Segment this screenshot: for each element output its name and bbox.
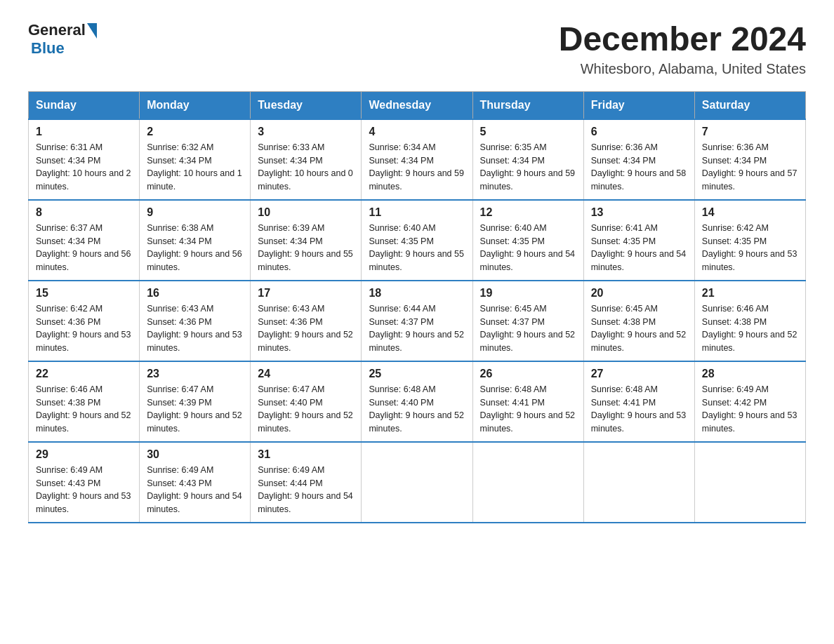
calendar-day-cell: 28 Sunrise: 6:49 AM Sunset: 4:42 PM Dayl… [694,361,805,442]
calendar-day-cell: 31 Sunrise: 6:49 AM Sunset: 4:44 PM Dayl… [251,442,362,523]
calendar-day-cell: 6 Sunrise: 6:36 AM Sunset: 4:34 PM Dayli… [583,119,694,200]
day-info: Sunrise: 6:41 AM Sunset: 4:35 PM Dayligh… [591,222,687,274]
day-info: Sunrise: 6:49 AM Sunset: 4:43 PM Dayligh… [147,464,243,516]
calendar-header-row: SundayMondayTuesdayWednesdayThursdayFrid… [29,91,806,119]
day-info: Sunrise: 6:46 AM Sunset: 4:38 PM Dayligh… [36,383,132,436]
calendar-day-cell: 19 Sunrise: 6:45 AM Sunset: 4:37 PM Dayl… [472,281,583,361]
logo-blue-text: Blue [31,39,65,58]
day-info: Sunrise: 6:43 AM Sunset: 4:36 PM Dayligh… [258,302,354,355]
day-info: Sunrise: 6:39 AM Sunset: 4:34 PM Dayligh… [258,222,354,274]
calendar-week-row: 8 Sunrise: 6:37 AM Sunset: 4:34 PM Dayli… [29,200,806,281]
calendar-day-cell: 22 Sunrise: 6:46 AM Sunset: 4:38 PM Dayl… [29,361,140,442]
weekday-header-saturday: Saturday [694,91,805,119]
day-number: 20 [591,287,687,300]
day-number: 11 [369,206,465,219]
day-number: 26 [480,368,576,380]
day-number: 28 [702,368,798,380]
day-number: 10 [258,206,354,219]
day-number: 7 [702,126,798,138]
calendar-day-cell: 4 Sunrise: 6:34 AM Sunset: 4:34 PM Dayli… [362,119,472,200]
day-number: 8 [36,206,132,219]
day-info: Sunrise: 6:45 AM Sunset: 4:38 PM Dayligh… [591,302,687,355]
day-number: 3 [258,126,354,138]
day-info: Sunrise: 6:31 AM Sunset: 4:34 PM Dayligh… [36,141,132,194]
location-subtitle: Whitesboro, Alabama, United States [559,61,806,77]
calendar-day-cell: 15 Sunrise: 6:42 AM Sunset: 4:36 PM Dayl… [29,281,140,361]
weekday-header-thursday: Thursday [472,91,583,119]
calendar-day-cell: 14 Sunrise: 6:42 AM Sunset: 4:35 PM Dayl… [694,200,805,281]
calendar-empty-cell [362,442,472,523]
weekday-header-tuesday: Tuesday [251,91,362,119]
calendar-day-cell: 29 Sunrise: 6:49 AM Sunset: 4:43 PM Dayl… [29,442,140,523]
calendar-day-cell: 25 Sunrise: 6:48 AM Sunset: 4:40 PM Dayl… [362,361,472,442]
day-number: 23 [147,368,243,380]
calendar-week-row: 1 Sunrise: 6:31 AM Sunset: 4:34 PM Dayli… [29,119,806,200]
day-number: 14 [702,206,798,219]
day-number: 25 [369,368,465,380]
day-number: 19 [480,287,576,300]
day-info: Sunrise: 6:48 AM Sunset: 4:40 PM Dayligh… [369,383,465,436]
day-number: 5 [480,126,576,138]
day-number: 29 [36,448,132,461]
calendar-day-cell: 8 Sunrise: 6:37 AM Sunset: 4:34 PM Dayli… [29,200,140,281]
page-header: General Blue December 2024 Whitesboro, A… [28,21,806,77]
logo-general-text: General [28,21,86,39]
day-info: Sunrise: 6:49 AM Sunset: 4:43 PM Dayligh… [36,464,132,516]
calendar-day-cell: 26 Sunrise: 6:48 AM Sunset: 4:41 PM Dayl… [472,361,583,442]
day-info: Sunrise: 6:43 AM Sunset: 4:36 PM Dayligh… [147,302,243,355]
logo: General Blue [28,21,97,58]
day-number: 17 [258,287,354,300]
day-info: Sunrise: 6:38 AM Sunset: 4:34 PM Dayligh… [147,222,243,274]
weekday-header-monday: Monday [140,91,251,119]
day-info: Sunrise: 6:48 AM Sunset: 4:41 PM Dayligh… [480,383,576,436]
day-number: 13 [591,206,687,219]
day-number: 18 [369,287,465,300]
calendar-day-cell: 5 Sunrise: 6:35 AM Sunset: 4:34 PM Dayli… [472,119,583,200]
calendar-day-cell: 24 Sunrise: 6:47 AM Sunset: 4:40 PM Dayl… [251,361,362,442]
day-info: Sunrise: 6:48 AM Sunset: 4:41 PM Dayligh… [591,383,687,436]
calendar-day-cell: 13 Sunrise: 6:41 AM Sunset: 4:35 PM Dayl… [583,200,694,281]
day-info: Sunrise: 6:40 AM Sunset: 4:35 PM Dayligh… [480,222,576,274]
day-number: 16 [147,287,243,300]
day-info: Sunrise: 6:47 AM Sunset: 4:39 PM Dayligh… [147,383,243,436]
calendar-day-cell: 12 Sunrise: 6:40 AM Sunset: 4:35 PM Dayl… [472,200,583,281]
calendar-day-cell: 23 Sunrise: 6:47 AM Sunset: 4:39 PM Dayl… [140,361,251,442]
calendar-day-cell: 10 Sunrise: 6:39 AM Sunset: 4:34 PM Dayl… [251,200,362,281]
day-number: 12 [480,206,576,219]
calendar-week-row: 15 Sunrise: 6:42 AM Sunset: 4:36 PM Dayl… [29,281,806,361]
calendar-day-cell: 7 Sunrise: 6:36 AM Sunset: 4:34 PM Dayli… [694,119,805,200]
day-info: Sunrise: 6:49 AM Sunset: 4:42 PM Dayligh… [702,383,798,436]
weekday-header-friday: Friday [583,91,694,119]
day-number: 24 [258,368,354,380]
day-info: Sunrise: 6:34 AM Sunset: 4:34 PM Dayligh… [369,141,465,194]
day-number: 30 [147,448,243,461]
weekday-header-wednesday: Wednesday [362,91,472,119]
calendar-day-cell: 17 Sunrise: 6:43 AM Sunset: 4:36 PM Dayl… [251,281,362,361]
calendar-empty-cell [694,442,805,523]
day-info: Sunrise: 6:49 AM Sunset: 4:44 PM Dayligh… [258,464,354,516]
day-number: 1 [36,126,132,138]
logo-triangle-icon [87,23,97,39]
day-info: Sunrise: 6:44 AM Sunset: 4:37 PM Dayligh… [369,302,465,355]
day-info: Sunrise: 6:47 AM Sunset: 4:40 PM Dayligh… [258,383,354,436]
calendar-day-cell: 18 Sunrise: 6:44 AM Sunset: 4:37 PM Dayl… [362,281,472,361]
day-info: Sunrise: 6:36 AM Sunset: 4:34 PM Dayligh… [702,141,798,194]
day-info: Sunrise: 6:32 AM Sunset: 4:34 PM Dayligh… [147,141,243,194]
day-info: Sunrise: 6:33 AM Sunset: 4:34 PM Dayligh… [258,141,354,194]
day-info: Sunrise: 6:35 AM Sunset: 4:34 PM Dayligh… [480,141,576,194]
calendar-day-cell: 16 Sunrise: 6:43 AM Sunset: 4:36 PM Dayl… [140,281,251,361]
day-number: 2 [147,126,243,138]
day-info: Sunrise: 6:45 AM Sunset: 4:37 PM Dayligh… [480,302,576,355]
calendar-day-cell: 1 Sunrise: 6:31 AM Sunset: 4:34 PM Dayli… [29,119,140,200]
calendar-day-cell: 2 Sunrise: 6:32 AM Sunset: 4:34 PM Dayli… [140,119,251,200]
day-info: Sunrise: 6:36 AM Sunset: 4:34 PM Dayligh… [591,141,687,194]
day-number: 31 [258,448,354,461]
calendar-day-cell: 27 Sunrise: 6:48 AM Sunset: 4:41 PM Dayl… [583,361,694,442]
calendar-day-cell: 30 Sunrise: 6:49 AM Sunset: 4:43 PM Dayl… [140,442,251,523]
day-info: Sunrise: 6:37 AM Sunset: 4:34 PM Dayligh… [36,222,132,274]
calendar-week-row: 22 Sunrise: 6:46 AM Sunset: 4:38 PM Dayl… [29,361,806,442]
day-number: 21 [702,287,798,300]
calendar-day-cell: 3 Sunrise: 6:33 AM Sunset: 4:34 PM Dayli… [251,119,362,200]
month-title: December 2024 [559,21,806,58]
calendar-day-cell: 21 Sunrise: 6:46 AM Sunset: 4:38 PM Dayl… [694,281,805,361]
